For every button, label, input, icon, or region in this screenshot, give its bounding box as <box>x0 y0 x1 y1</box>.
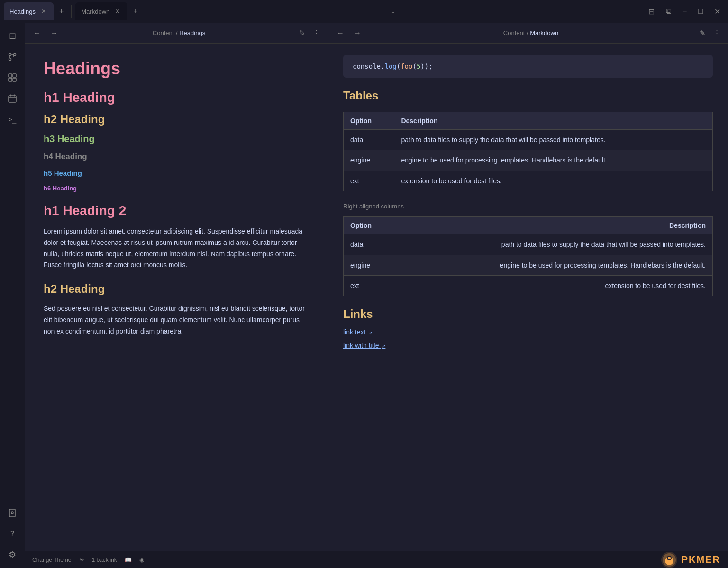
right-edit-icon[interactable]: ✎ <box>698 27 708 39</box>
table2-row1-option: data <box>344 234 394 255</box>
svg-rect-7 <box>9 96 16 102</box>
sed-paragraph: Sed posuere eu nisl et consectetur. Cura… <box>44 303 309 337</box>
calendar-icon[interactable] <box>3 89 22 108</box>
sidebar-bottom: ? ⚙ <box>3 504 22 564</box>
svg-rect-3 <box>9 74 12 77</box>
layout-icon[interactable]: ⊟ <box>3 27 22 45</box>
heading-h3: h3 Heading <box>44 134 309 144</box>
heading-h4: h4 Heading <box>44 152 309 162</box>
svg-rect-6 <box>13 78 16 81</box>
table-row: engine engine to be used for processing … <box>344 150 713 171</box>
left-sidebar: ⊟ >_ ? <box>0 23 25 568</box>
table1-row1-desc: path to data files to supply the data th… <box>394 130 713 150</box>
heading-h6: h6 Heading <box>44 185 309 192</box>
close-button[interactable]: ✕ <box>710 5 724 18</box>
right-breadcrumb: Content / Markdown <box>368 29 694 36</box>
change-theme-button[interactable]: Change Theme <box>32 557 72 563</box>
tab-headings[interactable]: Headings ✕ <box>4 2 54 20</box>
maximize-button[interactable]: □ <box>694 5 707 18</box>
bookmark-icon[interactable] <box>3 504 22 523</box>
table-row: data path to data files to supply the da… <box>344 130 713 150</box>
backlinks-button[interactable]: 1 backlink <box>92 557 117 563</box>
tables-title: Tables <box>343 89 713 102</box>
pkmer-text: PKMER <box>682 554 720 565</box>
graph-icon[interactable]: ◉ <box>139 557 144 563</box>
git-icon[interactable] <box>3 47 22 66</box>
heading-h1-2: h1 Heading 2 <box>44 203 309 218</box>
link-2[interactable]: link with title ↗ <box>343 342 385 349</box>
tab-headings-close[interactable]: ✕ <box>39 7 48 16</box>
left-edit-icon[interactable]: ✎ <box>297 27 307 39</box>
table-row: ext extension to be used for dest files. <box>344 275 713 296</box>
svg-point-0 <box>9 54 11 56</box>
right-more-icon[interactable]: ⋮ <box>711 27 722 39</box>
svg-rect-4 <box>13 74 16 77</box>
left-back-button[interactable]: ← <box>30 27 44 39</box>
left-forward-button[interactable]: → <box>47 27 61 39</box>
main-area: ← → Content / Headings ✎ ⋮ Headings h1 H… <box>25 23 728 568</box>
blocks-icon[interactable] <box>3 68 22 87</box>
table2-row2-option: engine <box>344 255 394 275</box>
table2-row1-desc: path to data files to supply the data th… <box>394 234 713 255</box>
table-row: data path to data files to supply the da… <box>344 234 713 255</box>
svg-point-1 <box>9 58 11 61</box>
svg-point-9 <box>11 512 13 514</box>
svg-point-14 <box>668 557 671 559</box>
link-1[interactable]: link text ↗ <box>343 328 372 336</box>
heading-h2: h2 Heading <box>44 113 309 126</box>
left-pane-toolbar: ← → Content / Headings ✎ ⋮ <box>25 23 328 44</box>
status-bar: Change Theme ☀ 1 backlink 📖 ◉ PKMER <box>25 551 728 568</box>
heading-h5: h5 Heading <box>44 169 309 177</box>
table2-row2-desc: engine to be used for processing templat… <box>394 255 713 275</box>
window-controls: ⊟ ⧉ − □ ✕ <box>645 5 724 18</box>
tab-markdown[interactable]: Markdown ✕ <box>75 2 127 20</box>
svg-rect-8 <box>9 509 15 517</box>
external-link-icon-2: ↗ <box>382 343 385 349</box>
sun-icon[interactable]: ☀ <box>79 557 84 563</box>
table-2: Option Description data path to data fil… <box>343 216 713 296</box>
table1-header-description: Description <box>394 112 713 130</box>
add-tab-button-left[interactable]: + <box>55 5 67 18</box>
tab-divider <box>71 5 72 18</box>
heading-h2-2: h2 Heading <box>44 282 309 296</box>
external-link-icon: ↗ <box>368 330 372 335</box>
right-forward-button[interactable]: → <box>351 27 364 39</box>
left-pane-content: Headings h1 Heading h2 Heading h3 Headin… <box>25 44 328 568</box>
heading-h1: h1 Heading <box>44 90 309 105</box>
table2-header-option: Option <box>344 217 394 234</box>
right-aligned-label: Right aligned columns <box>343 203 713 210</box>
add-tab-button-right[interactable]: + <box>129 5 141 18</box>
table2-row3-desc: extension to be used for dest files. <box>394 275 713 296</box>
terminal-icon[interactable]: >_ <box>3 110 22 129</box>
right-back-button[interactable]: ← <box>334 27 347 39</box>
minimize-button[interactable]: − <box>679 5 691 18</box>
right-pane-toolbar: ← → Content / Markdown ✎ ⋮ <box>328 23 728 44</box>
table1-row2-desc: engine to be used for processing templat… <box>394 150 713 171</box>
table1-row1-option: data <box>344 130 394 150</box>
page-title: Headings <box>44 59 309 79</box>
left-pane: ← → Content / Headings ✎ ⋮ Headings h1 H… <box>25 23 328 568</box>
tab-dropdown-button[interactable]: ⌄ <box>391 8 395 15</box>
svg-rect-5 <box>9 78 12 81</box>
right-pane-content: console.log(foo(5)); Tables Option Descr… <box>328 44 728 568</box>
code-block: console.log(foo(5)); <box>343 55 713 78</box>
help-icon[interactable]: ? <box>3 524 22 543</box>
table-row: engine engine to be used for processing … <box>344 255 713 275</box>
left-more-icon[interactable]: ⋮ <box>311 27 322 39</box>
table-1: Option Description data path to data fil… <box>343 112 713 191</box>
table1-row3-desc: extension to be used for dest files. <box>394 171 713 191</box>
reading-icon[interactable]: 📖 <box>125 557 132 563</box>
table-row: ext extension to be used for dest files. <box>344 171 713 191</box>
title-bar: Headings ✕ + Markdown ✕ + ⌄ ⊟ ⧉ − □ ✕ <box>0 0 728 23</box>
tab-markdown-label: Markdown <box>81 8 109 15</box>
pkmer-badge: PKMER <box>661 551 720 568</box>
table2-row3-option: ext <box>344 275 394 296</box>
split-view-button[interactable]: ⧉ <box>662 5 675 18</box>
tab-markdown-close[interactable]: ✕ <box>113 7 122 16</box>
tab-headings-label: Headings <box>9 8 36 15</box>
table1-header-option: Option <box>344 112 394 130</box>
settings-icon[interactable]: ⚙ <box>3 545 22 564</box>
links-title: Links <box>343 307 713 321</box>
lorem-paragraph: Lorem ipsum dolor sit amet, consectetur … <box>44 226 309 271</box>
toggle-sidebar-button[interactable]: ⊟ <box>645 5 658 18</box>
